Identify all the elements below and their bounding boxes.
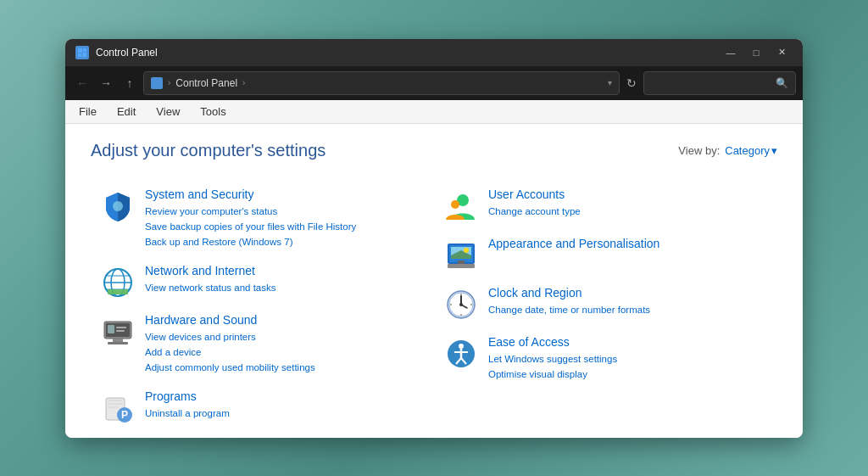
svg-rect-16 [116,327,126,328]
forward-button[interactable]: → [96,73,116,93]
svg-rect-10 [108,289,128,294]
page-header: Adjust your computer's settings View by:… [91,141,777,160]
svg-rect-14 [108,342,128,344]
system-security-icon [101,189,135,223]
user-accounts-icon [444,189,478,223]
address-bar: ← → ↑ › Control Panel › ▾ ↻ 🔍 [65,66,803,100]
hardware-link-2[interactable]: Adjust commonly used mobility settings [145,360,424,375]
ease-access-link-0[interactable]: Let Windows suggest settings [488,351,767,367]
title-bar: Control Panel — □ ✕ [65,39,803,66]
programs-links: Uninstall a program [145,406,424,421]
svg-rect-20 [108,403,123,405]
system-security-link-2[interactable]: Back up and Restore (Windows 7) [145,234,424,249]
network-icon [101,266,135,300]
svg-rect-19 [108,400,123,401]
svg-rect-2 [78,53,81,57]
category-ease-access[interactable]: Ease of Access Let Windows suggest setti… [434,328,777,389]
up-button[interactable]: ↑ [120,73,140,93]
user-accounts-link-0[interactable]: Change account type [488,204,767,219]
hardware-title[interactable]: Hardware and Sound [145,313,424,327]
window-controls: — □ ✕ [720,45,793,60]
search-input[interactable] [651,77,771,89]
path-separator1: › [168,78,170,87]
programs-title[interactable]: Programs [145,389,424,403]
path-label: Control Panel [175,77,237,89]
user-accounts-title[interactable]: User Accounts [488,188,767,201]
right-column: User Accounts Change account type [434,181,777,432]
search-icon[interactable]: 🔍 [776,77,788,89]
hardware-text: Hardware and Sound View devices and prin… [145,313,424,376]
clock-region-icon [444,288,478,322]
maximize-button[interactable]: □ [745,45,767,60]
appearance-icon [444,238,478,272]
svg-point-25 [451,200,459,209]
hardware-link-1[interactable]: Add a device [145,344,424,360]
category-appearance[interactable]: Appearance and Personalisation [434,230,777,279]
address-path[interactable]: › Control Panel › ▾ [143,71,620,95]
clock-region-title[interactable]: Clock and Region [488,286,767,300]
ease-access-text: Ease of Access Let Windows suggest setti… [488,335,767,383]
menu-edit[interactable]: Edit [114,104,139,120]
svg-rect-29 [458,260,465,264]
svg-rect-28 [448,264,475,268]
system-security-link-0[interactable]: Review your computer's status [145,204,424,219]
clock-region-text: Clock and Region Change date, time or nu… [488,286,767,317]
programs-link-0[interactable]: Uninstall a program [145,406,424,421]
category-programs[interactable]: P Programs Uninstall a program [91,383,434,432]
svg-rect-21 [108,406,118,408]
svg-point-31 [464,248,469,253]
refresh-button[interactable]: ↻ [623,73,640,93]
svg-rect-15 [108,325,114,333]
category-network[interactable]: Network and Internet View network status… [91,257,434,306]
categories-grid: System and Security Review your computer… [91,181,777,432]
category-clock-region[interactable]: Clock and Region Change date, time or nu… [434,279,777,328]
system-security-text: System and Security Review your computer… [145,188,424,250]
minimize-button[interactable]: — [720,45,742,60]
window-icon [75,46,89,59]
svg-text:P: P [121,409,128,421]
ease-access-link-1[interactable]: Optimise visual display [488,367,767,382]
path-separator2: › [242,78,245,87]
back-button[interactable]: ← [72,73,92,93]
ease-access-links: Let Windows suggest settings Optimise vi… [488,351,767,383]
network-link-0[interactable]: View network status and tasks [145,280,424,295]
menu-view[interactable]: View [153,104,183,120]
clock-region-link-0[interactable]: Change date, time or number formats [488,302,767,317]
svg-rect-3 [82,53,86,57]
hardware-icon [101,315,135,349]
ease-access-title[interactable]: Ease of Access [488,335,767,349]
category-system-security[interactable]: System and Security Review your computer… [91,181,434,257]
svg-point-36 [459,303,463,306]
svg-point-4 [113,201,123,211]
page-title: Adjust your computer's settings [91,141,326,160]
network-links: View network status and tasks [145,280,424,295]
close-button[interactable]: ✕ [771,45,793,60]
user-accounts-text: User Accounts Change account type [488,188,767,219]
menu-bar: File Edit View Tools [65,100,803,124]
ease-access-icon [444,337,478,371]
category-user-accounts[interactable]: User Accounts Change account type [434,181,777,230]
svg-rect-17 [116,330,125,332]
system-security-link-1[interactable]: Save backup copies of your files with Fi… [145,219,424,234]
search-box[interactable]: 🔍 [643,71,796,95]
svg-rect-1 [83,48,86,52]
view-by-control: View by: Category ▾ [678,144,777,157]
control-panel-window: Control Panel — □ ✕ ← → ↑ › Control Pane… [65,39,803,438]
menu-tools[interactable]: Tools [197,104,229,120]
programs-text: Programs Uninstall a program [145,389,424,421]
appearance-title[interactable]: Appearance and Personalisation [488,237,767,250]
clock-region-links: Change date, time or number formats [488,302,767,317]
system-security-title[interactable]: System and Security [145,188,424,201]
network-title[interactable]: Network and Internet [145,264,424,277]
category-hardware[interactable]: Hardware and Sound View devices and prin… [91,306,434,383]
svg-point-42 [459,344,464,349]
window-title: Control Panel [96,47,720,59]
programs-icon: P [101,391,135,425]
svg-rect-0 [78,48,82,53]
hardware-link-0[interactable]: View devices and printers [145,329,424,344]
path-icon [151,77,163,89]
view-by-dropdown[interactable]: Category ▾ [725,144,777,157]
menu-file[interactable]: File [75,104,100,120]
path-dropdown[interactable]: ▾ [608,78,612,87]
network-text: Network and Internet View network status… [145,264,424,295]
